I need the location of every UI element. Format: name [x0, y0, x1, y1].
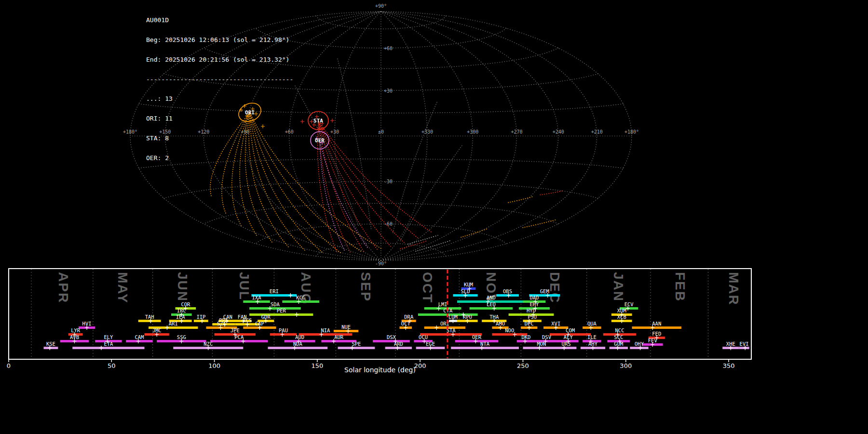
- month-label-JAN: JAN: [611, 272, 626, 302]
- shower-label-DSX: DSX: [387, 334, 396, 340]
- meteor-trail: [523, 220, 556, 228]
- shower-label-SDA: SDA: [271, 301, 280, 307]
- shower-label-PCA: PCA: [234, 334, 244, 340]
- station-id: AU001D: [146, 17, 293, 24]
- shower-bar-NDA: [268, 347, 328, 349]
- graticule-label: +180°: [624, 129, 639, 135]
- month-label-JUL: JUL: [237, 272, 252, 300]
- shower-label-QUA: QUA: [587, 321, 597, 326]
- shower-label-COM: COM: [566, 327, 575, 333]
- meteor-trail: [338, 59, 371, 231]
- shower-label-AUD: AUD: [295, 334, 304, 340]
- graticule-label: +270: [511, 129, 522, 135]
- count-ori: ORI: 11: [146, 115, 293, 122]
- divider-line: ---------------------------------------: [146, 76, 293, 83]
- shower-label-SCC: SCC: [614, 334, 623, 340]
- shower-peak-marker-PER: [295, 312, 298, 317]
- shower-label-KSE: KSE: [46, 341, 55, 347]
- shower-bar-LMI: [424, 307, 461, 310]
- shower-label-CAM: CAM: [135, 334, 144, 340]
- graticule-label: +240: [553, 129, 564, 135]
- shower-label-ECV: ECV: [624, 301, 634, 307]
- shower-bar-KCG: [282, 300, 319, 303]
- shower-peak-marker-ETA: [99, 346, 103, 350]
- shower-label-NCC: NCC: [615, 327, 624, 333]
- radiant-map-screen: +180°+150+120+90+60+30±0+330+300+270+240…: [0, 0, 868, 434]
- shower-label-NOO: NOO: [505, 327, 514, 333]
- shower-label-DAD: DAD: [529, 295, 539, 300]
- shower-label-NIA: NIA: [321, 327, 330, 333]
- shower-label-DSV: DSV: [542, 334, 552, 340]
- shower-bar-NIA: [298, 333, 352, 336]
- shower-label-KUM: KUM: [464, 282, 473, 287]
- shower-label-ETA: ETA: [104, 341, 113, 347]
- month-label-JUN: JUN: [175, 272, 190, 302]
- shower-label-ILE: ILE: [587, 334, 597, 340]
- month-label-MAR: MAR: [726, 272, 741, 306]
- shower-label-OBS: OBS: [503, 288, 512, 294]
- shower-label-AAN: AAN: [652, 321, 661, 326]
- meteor-trail: [318, 121, 418, 238]
- graticule-label: -30: [384, 179, 393, 184]
- shower-label-ELY: ELY: [104, 334, 113, 340]
- shower-bar-ORI: [424, 326, 465, 329]
- graticule-label: +210: [591, 129, 603, 135]
- shower-label-LMI: LMI: [438, 301, 448, 307]
- shower-bar-MON: [523, 347, 560, 349]
- meteor-trail: [393, 102, 437, 234]
- shower-label-HYD: HYD: [527, 308, 536, 313]
- begin-line: Beg: 20251026 12:06:13 (sol = 212.98°): [146, 37, 293, 43]
- graticule-label: -60: [384, 221, 393, 227]
- graticule-parallel: [164, 181, 598, 198]
- count-sta: STA: 8: [146, 135, 293, 142]
- shower-bar-PCA: [210, 340, 268, 342]
- radiant-label-OER: OER: [315, 137, 325, 144]
- shower-label-DRA: DRA: [404, 314, 414, 320]
- meteor-trail: [416, 241, 450, 251]
- month-label-DEC: DEC: [547, 272, 562, 303]
- shower-label-URS: URS: [562, 341, 571, 347]
- month-label-FEB: FEB: [673, 272, 688, 302]
- graticule-label: +300: [467, 129, 478, 135]
- month-label-APR: APR: [56, 272, 71, 303]
- shower-label-NUE: NUE: [341, 324, 351, 330]
- month-label-OCT: OCT: [420, 272, 435, 303]
- shower-bar-PER: [249, 313, 313, 316]
- graticule-label: +30: [384, 88, 393, 94]
- shower-bar-URS: [556, 347, 577, 349]
- graticule-label: +30: [330, 129, 339, 135]
- shower-bar-DSX: [373, 340, 410, 342]
- shower-label-ARI: ARI: [169, 321, 178, 326]
- shower-label-OHY: OHY: [635, 341, 644, 347]
- shower-label-SZC: SZC: [217, 321, 226, 326]
- meteor-trail: [508, 197, 532, 203]
- x-axis-title: Solar longitude (deg): [9, 366, 751, 374]
- shower-label-GUM: GUM: [614, 341, 623, 347]
- shower-bar-SDA: [249, 307, 301, 310]
- meteor-trail: [400, 146, 462, 241]
- shower-label-SPE: SPE: [352, 341, 361, 347]
- shower-label-OCU: OCU: [419, 334, 428, 340]
- graticule-parallel: [203, 203, 558, 224]
- radiant-label-STA: STA: [313, 118, 323, 124]
- shower-label-AUR: AUR: [334, 334, 344, 340]
- shower-peak-marker-ERI: [288, 293, 292, 298]
- shower-label-PAU: PAU: [279, 327, 288, 333]
- shower-label-PER: PER: [277, 308, 286, 313]
- graticule-label: +330: [421, 129, 433, 135]
- shower-label-EVI: EVI: [740, 341, 749, 347]
- shower-bar-LEO: [470, 307, 513, 310]
- graticule-label: ±0: [378, 129, 384, 135]
- shower-label-MON: MON: [537, 341, 546, 347]
- shower-bar-NUE: [334, 330, 358, 332]
- meteor-plus-marker: [300, 120, 304, 123]
- count-sporadic: ...: 13: [146, 95, 293, 102]
- pole-label-north: +90°: [375, 3, 387, 9]
- shower-bar-AUR: [321, 340, 356, 342]
- meteor-trail: [540, 191, 562, 195]
- shower-bar-NTA: [451, 347, 519, 349]
- shower-label-TAH: TAH: [145, 314, 154, 320]
- shower-label-IEA: IEA: [176, 314, 186, 320]
- month-label-MAY: MAY: [115, 272, 130, 304]
- shower-label-IXA: IXA: [252, 295, 262, 300]
